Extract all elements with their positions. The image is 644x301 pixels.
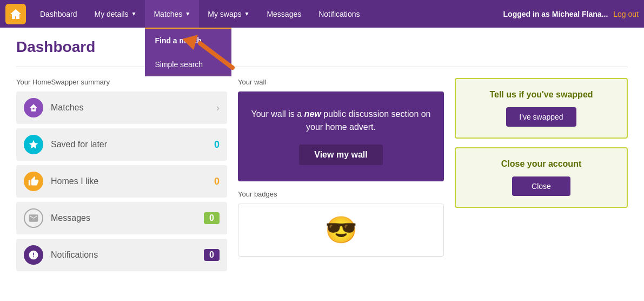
right-column: Tell us if you've swapped I've swapped C… <box>455 78 628 276</box>
view-wall-button[interactable]: View my wall <box>299 145 382 165</box>
left-column: Your HomeSwapper summary Matches › Saved… <box>16 78 227 276</box>
logout-link[interactable]: Log out <box>613 10 639 18</box>
swapped-title: Tell us if you've swapped <box>467 90 616 100</box>
logged-in-label: Logged in as Micheal Flana... <box>503 10 608 18</box>
nav-links: Dashboard My details▼ Matches▼ Find a ma… <box>31 0 368 28</box>
matches-dropdown: Find a match Simple search <box>145 28 231 76</box>
username: Micheal Flana... <box>552 10 608 18</box>
nav-notifications[interactable]: Notifications <box>310 0 368 28</box>
matches-label: Matches <box>51 103 212 113</box>
dropdown-find-a-match[interactable]: Find a match <box>145 29 231 53</box>
columns: Your HomeSwapper summary Matches › Saved… <box>16 78 628 276</box>
matches-icon-bg <box>24 98 43 117</box>
summary-homes-i-like[interactable]: Homes I like 0 <box>16 165 227 198</box>
messages-icon-bg <box>24 208 43 228</box>
notifications-label: Notifications <box>51 250 204 260</box>
logo <box>5 4 26 24</box>
my-swaps-chevron-icon: ▼ <box>244 11 250 17</box>
nav-matches[interactable]: Matches▼ <box>145 0 199 28</box>
nav-my-details[interactable]: My details▼ <box>86 0 145 28</box>
nav-my-swaps[interactable]: My swaps▼ <box>199 0 258 28</box>
homes-icon-bg <box>24 172 43 191</box>
badges-section-title: Your badges <box>238 190 444 198</box>
badges-box: 😎 <box>238 204 444 257</box>
main-content: Dashboard Your HomeSwapper summary Match… <box>0 28 644 286</box>
divider <box>16 67 628 67</box>
messages-count: 0 <box>204 212 220 224</box>
nav-messages[interactable]: Messages <box>258 0 310 28</box>
ive-swapped-button[interactable]: I've swapped <box>506 107 576 127</box>
summary-matches[interactable]: Matches › <box>16 91 227 124</box>
summary-section-title: Your HomeSwapper summary <box>16 78 227 86</box>
dropdown-simple-search[interactable]: Simple search <box>145 53 231 76</box>
wall-text: Your wall is a new public discussion sec… <box>249 108 433 134</box>
wall-box: Your wall is a new public discussion sec… <box>238 91 444 181</box>
badge-emoji: 😎 <box>325 215 357 245</box>
wall-section-title: Your wall <box>238 78 444 86</box>
close-account-button[interactable]: Close <box>512 176 570 196</box>
close-account-title: Close your account <box>467 159 616 169</box>
my-details-chevron-icon: ▼ <box>131 11 137 17</box>
nav-matches-container: Matches▼ Find a match Simple search <box>145 0 199 28</box>
notifications-count: 0 <box>204 249 220 261</box>
nav-dashboard[interactable]: Dashboard <box>31 0 86 28</box>
swapped-panel: Tell us if you've swapped I've swapped <box>455 78 628 139</box>
messages-label: Messages <box>51 213 204 223</box>
matches-chevron-right-icon: › <box>216 102 220 114</box>
main-nav: Dashboard My details▼ Matches▼ Find a ma… <box>0 0 644 28</box>
page-title: Dashboard <box>16 38 628 56</box>
summary-saved-for-later[interactable]: Saved for later 0 <box>16 128 227 161</box>
summary-messages[interactable]: Messages 0 <box>16 202 227 234</box>
homes-count: 0 <box>214 176 220 187</box>
matches-chevron-icon: ▼ <box>185 11 190 17</box>
saved-label: Saved for later <box>51 140 214 149</box>
summary-notifications[interactable]: Notifications 0 <box>16 239 227 271</box>
close-account-panel: Close your account Close <box>455 147 628 208</box>
homes-label: Homes I like <box>51 176 214 186</box>
saved-count: 0 <box>214 139 220 150</box>
middle-column: Your wall Your wall is a new public disc… <box>238 78 444 276</box>
notifications-icon-bg <box>24 245 43 265</box>
saved-icon-bg <box>24 135 43 154</box>
nav-right: Logged in as Micheal Flana... Log out <box>503 10 639 18</box>
